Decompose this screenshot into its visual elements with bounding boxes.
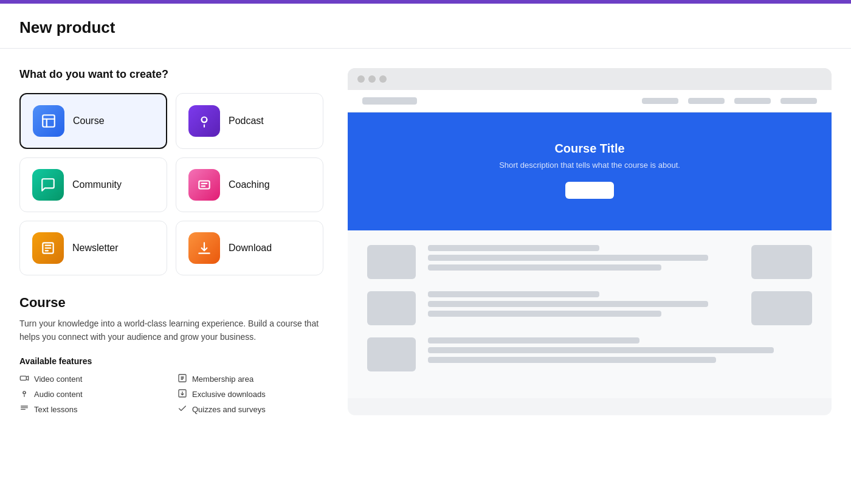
section-label: What do you want to create? [19, 68, 323, 81]
download-icon-bg [188, 232, 220, 264]
feature-quizzes: Quizzes and surveys [177, 404, 323, 415]
mock-side-thumb-1 [751, 245, 812, 279]
description-text: Turn your knowledge into a world-class l… [19, 317, 323, 344]
newsletter-icon-bg [32, 232, 64, 264]
product-card-newsletter[interactable]: Newsletter [19, 221, 167, 275]
feature-audio-label: Audio content [34, 390, 83, 399]
mock-side-thumb-2 [751, 291, 812, 325]
download-icon [196, 240, 212, 256]
feature-quizzes-label: Quizzes and surveys [192, 405, 266, 414]
feature-audio-content: Audio content [19, 388, 165, 400]
left-panel: What do you want to create? Course [19, 68, 323, 415]
newsletter-label: Newsletter [72, 243, 119, 254]
page-title: New product [19, 18, 832, 37]
course-label: Course [73, 116, 105, 126]
browser-content: Course Title Short description that tell… [348, 90, 832, 398]
browser-bar [348, 68, 832, 90]
video-icon [19, 373, 29, 385]
course-icon-bg [33, 105, 64, 137]
mock-thumb-2 [367, 291, 416, 325]
description-title: Course [19, 295, 323, 311]
podcast-icon [196, 113, 212, 129]
feature-text-label: Text lessons [34, 405, 78, 414]
feature-exclusive-label: Exclusive downloads [192, 390, 266, 399]
membership-icon [177, 373, 187, 385]
browser-dot-1 [357, 75, 365, 83]
product-card-coaching[interactable]: Coaching [176, 157, 323, 212]
feature-exclusive-downloads: Exclusive downloads [177, 388, 323, 400]
svg-rect-0 [43, 115, 55, 127]
mock-text-line-1-1 [428, 245, 599, 251]
mock-nav-item-2 [688, 98, 725, 104]
community-icon [40, 177, 56, 193]
mock-text-line-2-3 [428, 311, 661, 317]
mock-hero-button [565, 182, 614, 199]
feature-text-lessons: Text lessons [19, 404, 165, 415]
feature-video-content: Video content [19, 373, 165, 385]
svg-rect-5 [199, 181, 209, 189]
mock-text-line-2-1 [428, 291, 599, 297]
coaching-icon [196, 177, 212, 193]
coaching-label: Coaching [229, 179, 270, 190]
text-icon [19, 404, 29, 415]
product-grid: Course Podcast [19, 93, 323, 275]
exclusive-download-icon [177, 388, 187, 400]
mock-text-line-2-2 [428, 301, 708, 307]
browser-dot-2 [368, 75, 376, 83]
svg-rect-12 [20, 376, 26, 380]
mock-nav-item-1 [642, 98, 678, 104]
podcast-icon-bg [188, 105, 220, 137]
product-card-download[interactable]: Download [176, 221, 323, 275]
mock-hero-title: Course Title [367, 142, 812, 156]
mock-text-line-1-3 [428, 264, 661, 271]
podcast-label: Podcast [229, 116, 264, 126]
product-card-course[interactable]: Course [19, 93, 167, 149]
mock-nav-item-4 [780, 98, 817, 104]
mock-logo [362, 97, 417, 105]
features-grid: Video content Membership area Audio cont… [19, 373, 323, 415]
main-content: What do you want to create? Course [0, 49, 851, 435]
mock-text-line-3-3 [428, 357, 716, 363]
preview-panel: Course Title Short description that tell… [348, 68, 832, 415]
check-icon [177, 404, 187, 415]
browser-dot-3 [379, 75, 387, 83]
mock-text-line-1-2 [428, 255, 708, 261]
product-card-community[interactable]: Community [19, 157, 167, 212]
feature-membership-label: Membership area [192, 375, 253, 384]
mock-nav [348, 90, 832, 112]
mock-nav-items [642, 98, 817, 104]
download-label: Download [229, 243, 272, 254]
feature-membership-area: Membership area [177, 373, 323, 385]
mock-row-1 [367, 245, 812, 279]
product-card-podcast[interactable]: Podcast [176, 93, 323, 149]
mock-hero: Course Title Short description that tell… [348, 112, 832, 230]
mock-thumb-1 [367, 245, 416, 279]
page-header: New product [0, 4, 851, 49]
mock-row-3 [367, 337, 812, 371]
community-icon-bg [32, 169, 64, 201]
feature-video-label: Video content [34, 375, 82, 384]
mock-text-group-2 [428, 291, 739, 317]
audio-icon [19, 388, 29, 400]
mock-hero-desc: Short description that tells what the co… [367, 161, 812, 170]
mock-row-2 [367, 291, 812, 325]
mock-text-line-3-2 [428, 347, 774, 353]
mock-thumb-3 [367, 337, 416, 371]
mock-nav-item-3 [734, 98, 771, 104]
newsletter-icon [40, 240, 56, 256]
mock-course-content [348, 230, 832, 398]
mock-text-group-1 [428, 245, 739, 271]
community-label: Community [72, 179, 122, 190]
course-icon [41, 113, 57, 129]
mock-text-group-3 [428, 337, 812, 363]
mock-text-line-3-1 [428, 337, 639, 343]
features-title: Available features [19, 356, 323, 366]
coaching-icon-bg [188, 169, 220, 201]
